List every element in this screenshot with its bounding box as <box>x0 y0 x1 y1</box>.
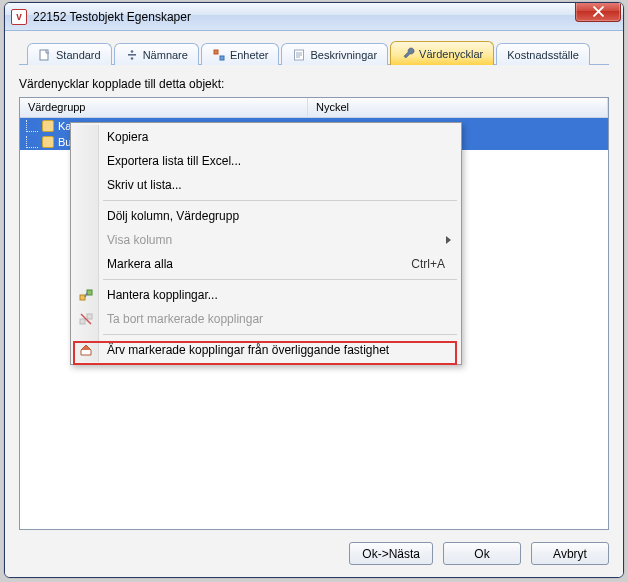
category-badge-icon <box>42 136 54 148</box>
menu-item-export-excel[interactable]: Exportera lista till Excel... <box>73 149 459 173</box>
menu-label: Dölj kolumn, Värdegrupp <box>107 209 239 223</box>
menu-item-copy[interactable]: Kopiera <box>73 125 459 149</box>
svg-rect-13 <box>87 314 92 319</box>
menu-item-hide-column[interactable]: Dölj kolumn, Värdegrupp <box>73 204 459 228</box>
doc-lines-icon <box>292 48 306 62</box>
menu-item-manage-links[interactable]: Hantera kopplingar... <box>73 283 459 307</box>
tab-vardenycklar[interactable]: Värdenycklar <box>390 41 494 65</box>
menu-item-show-column: Visa kolumn <box>73 228 459 252</box>
svg-point-1 <box>130 50 133 53</box>
app-icon: v <box>11 9 27 25</box>
tab-label: Standard <box>56 49 101 61</box>
svg-point-3 <box>130 57 133 60</box>
titlebar[interactable]: v 22152 Testobjekt Egenskaper <box>5 3 623 31</box>
svg-rect-5 <box>220 56 224 60</box>
menu-label: Markera alla <box>107 257 173 271</box>
chevron-right-icon <box>446 236 451 244</box>
menu-separator <box>103 334 457 335</box>
tab-label: Beskrivningar <box>310 49 377 61</box>
tab-label: Nämnare <box>143 49 188 61</box>
menu-label: Hantera kopplingar... <box>107 288 218 302</box>
tree-connector-icon <box>26 136 38 148</box>
svg-rect-2 <box>128 54 136 56</box>
divide-icon <box>125 48 139 62</box>
context-menu: Kopiera Exportera lista till Excel... Sk… <box>70 122 462 365</box>
menu-separator <box>103 279 457 280</box>
cancel-button[interactable]: Avbryt <box>531 542 609 565</box>
window-title: 22152 Testobjekt Egenskaper <box>33 10 191 24</box>
menu-label: Ärv markerade kopplingar från överliggan… <box>107 343 389 357</box>
tab-label: Enheter <box>230 49 269 61</box>
ok-next-button[interactable]: Ok->Nästa <box>349 542 433 565</box>
menu-item-select-all[interactable]: Markera alla Ctrl+A <box>73 252 459 276</box>
wrench-icon <box>401 47 415 61</box>
menu-label: Visa kolumn <box>107 233 172 247</box>
menu-label: Kopiera <box>107 130 148 144</box>
svg-rect-10 <box>80 295 85 300</box>
menu-item-print[interactable]: Skriv ut lista... <box>73 173 459 197</box>
tab-beskrivningar[interactable]: Beskrivningar <box>281 43 388 65</box>
col-header-key[interactable]: Nyckel <box>308 98 608 117</box>
menu-separator <box>103 200 457 201</box>
tabstrip: Standard Nämnare Enheter Beskrivningar <box>19 41 609 65</box>
house-icon <box>78 342 94 358</box>
svg-rect-12 <box>80 319 85 324</box>
tab-label: Kostnadsställe <box>507 49 579 61</box>
close-button[interactable] <box>575 2 621 22</box>
menu-item-remove-links: Ta bort markerade kopplingar <box>73 307 459 331</box>
tab-enheter[interactable]: Enheter <box>201 43 280 65</box>
menu-label: Ta bort markerade kopplingar <box>107 312 263 326</box>
menu-item-inherit-links[interactable]: Ärv markerade kopplingar från överliggan… <box>73 338 459 362</box>
svg-rect-0 <box>40 50 48 60</box>
svg-rect-4 <box>214 50 218 54</box>
dialog-footer: Ok->Nästa Ok Avbryt <box>19 530 609 565</box>
menu-shortcut: Ctrl+A <box>411 257 445 271</box>
ok-button[interactable]: Ok <box>443 542 521 565</box>
tab-kostnadsstalle[interactable]: Kostnadsställe <box>496 43 590 65</box>
units-icon <box>212 48 226 62</box>
tab-label: Värdenycklar <box>419 48 483 60</box>
tab-namnare[interactable]: Nämnare <box>114 43 199 65</box>
col-header-group[interactable]: Värdegrupp <box>20 98 308 117</box>
links-icon <box>78 287 94 303</box>
svg-rect-11 <box>87 290 92 295</box>
remove-links-icon <box>78 311 94 327</box>
tree-connector-icon <box>26 120 38 132</box>
section-label: Värdenycklar kopplade till detta objekt: <box>19 77 609 91</box>
menu-label: Skriv ut lista... <box>107 178 182 192</box>
close-icon <box>593 6 604 17</box>
tab-standard[interactable]: Standard <box>27 43 112 65</box>
page-icon <box>38 48 52 62</box>
table-header: Värdegrupp Nyckel <box>20 98 608 118</box>
category-badge-icon <box>42 120 54 132</box>
menu-label: Exportera lista till Excel... <box>107 154 241 168</box>
